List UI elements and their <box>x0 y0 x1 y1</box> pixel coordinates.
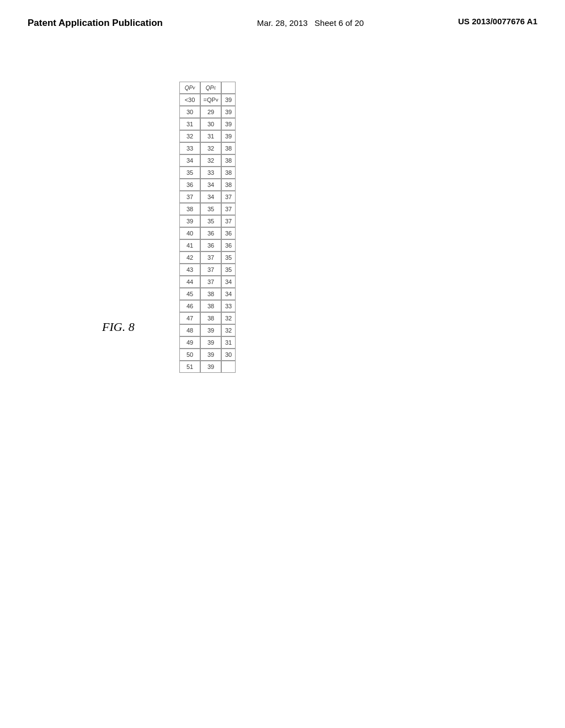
cell-val-18: 33 <box>221 300 236 312</box>
cell-qpc-12: 36 <box>200 227 221 239</box>
cell-qpc-13: 36 <box>200 239 221 251</box>
column-qpc: QPc =QPv 29 30 31 32 32 33 34 34 35 35 3… <box>200 82 221 373</box>
cell-val-11: 37 <box>221 215 236 227</box>
cell-qpc-19: 38 <box>200 312 221 324</box>
cell-val-3: 39 <box>221 118 236 130</box>
cell-qpv-15: 43 <box>179 264 200 276</box>
cell-qpv-1: <30 <box>179 94 200 106</box>
cell-qpv-21: 49 <box>179 336 200 349</box>
cell-val-19: 32 <box>221 312 236 324</box>
cell-qpv-18: 46 <box>179 300 200 312</box>
cell-val-10: 37 <box>221 203 236 215</box>
cell-qpc-15: 37 <box>200 264 221 276</box>
cell-val-22: 30 <box>221 349 236 361</box>
cell-qpv-20: 48 <box>179 324 200 336</box>
cell-qpc-1: =QPv <box>200 94 221 106</box>
cell-val-9: 37 <box>221 191 236 203</box>
cell-val-14: 35 <box>221 251 236 264</box>
col-header-qpv: QPv <box>179 82 200 94</box>
cell-qpc-8: 34 <box>200 179 221 191</box>
cell-val-16: 34 <box>221 276 236 288</box>
cell-qpc-23: 39 <box>200 361 221 373</box>
cell-val-6: 38 <box>221 154 236 167</box>
cell-qpc-2: 29 <box>200 106 221 118</box>
cell-qpv-11: 39 <box>179 215 200 227</box>
cell-qpv-22: 50 <box>179 349 200 361</box>
cell-val-15: 35 <box>221 264 236 276</box>
cell-qpv-6: 34 <box>179 154 200 167</box>
cell-qpv-12: 40 <box>179 227 200 239</box>
cell-val-12: 36 <box>221 227 236 239</box>
cell-qpv-2: 30 <box>179 106 200 118</box>
cell-val-5: 38 <box>221 142 236 154</box>
cell-qpv-9: 37 <box>179 191 200 203</box>
cell-val-2: 39 <box>221 106 236 118</box>
cell-qpc-16: 37 <box>200 276 221 288</box>
cell-qpc-7: 33 <box>200 167 221 179</box>
cell-val-17: 34 <box>221 288 236 300</box>
publication-date-sheet: Mar. 28, 2013 Sheet 6 of 20 <box>257 17 364 30</box>
publication-title: Patent Application Publication <box>28 17 163 30</box>
cell-qpv-5: 33 <box>179 142 200 154</box>
cell-val-8: 38 <box>221 179 236 191</box>
cell-qpc-4: 31 <box>200 130 221 142</box>
cell-val-4: 39 <box>221 130 236 142</box>
cell-qpv-7: 35 <box>179 167 200 179</box>
publication-number: US 2013/0077676 A1 <box>458 17 537 26</box>
cell-qpv-14: 42 <box>179 251 200 264</box>
data-table: QPv <30 30 31 32 33 34 35 36 37 38 39 40… <box>179 82 236 373</box>
cell-val-1: 39 <box>221 94 236 106</box>
cell-qpv-3: 31 <box>179 118 200 130</box>
cell-qpc-10: 35 <box>200 203 221 215</box>
cell-qpc-11: 35 <box>200 215 221 227</box>
column-vals: 39 39 39 39 38 38 38 38 37 37 37 36 36 3… <box>221 82 236 373</box>
cell-val-7: 38 <box>221 167 236 179</box>
cell-qpv-8: 36 <box>179 179 200 191</box>
page-header: Patent Application Publication Mar. 28, … <box>0 0 565 30</box>
cell-qpc-5: 32 <box>200 142 221 154</box>
cell-qpv-23: 51 <box>179 361 200 373</box>
cell-qpc-3: 30 <box>200 118 221 130</box>
cell-qpc-18: 38 <box>200 300 221 312</box>
cell-qpc-6: 32 <box>200 154 221 167</box>
cell-qpc-9: 34 <box>200 191 221 203</box>
cell-qpv-10: 38 <box>179 203 200 215</box>
cell-qpc-14: 37 <box>200 251 221 264</box>
cell-qpv-13: 41 <box>179 239 200 251</box>
cell-val-21: 31 <box>221 336 236 349</box>
cell-val-23 <box>221 361 236 373</box>
figure-label: FIG. 8 <box>102 320 135 334</box>
cell-qpv-19: 47 <box>179 312 200 324</box>
cell-qpc-22: 39 <box>200 349 221 361</box>
column-qpv: QPv <30 30 31 32 33 34 35 36 37 38 39 40… <box>179 82 200 373</box>
cell-qpv-17: 45 <box>179 288 200 300</box>
cell-val-13: 36 <box>221 239 236 251</box>
col-header-vals <box>221 82 236 94</box>
cell-qpc-17: 38 <box>200 288 221 300</box>
col-header-qpc: QPc <box>200 82 221 94</box>
cell-qpv-4: 32 <box>179 130 200 142</box>
cell-val-20: 32 <box>221 324 236 336</box>
cell-qpc-20: 39 <box>200 324 221 336</box>
cell-qpv-16: 44 <box>179 276 200 288</box>
cell-qpc-21: 39 <box>200 336 221 349</box>
